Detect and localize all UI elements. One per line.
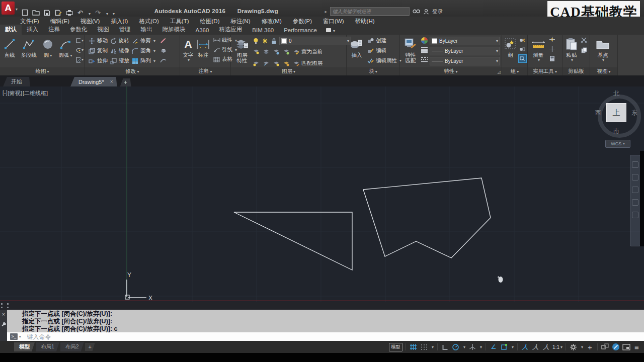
osnap-settings-caret-icon[interactable] <box>510 343 514 351</box>
close-command-icon[interactable]: × <box>2 312 5 317</box>
tool-stretch[interactable]: 拉伸 <box>88 56 108 66</box>
hardware-acceleration-icon[interactable] <box>611 343 620 351</box>
layer-freeze-icon[interactable] <box>261 37 269 45</box>
tool-array[interactable]: 阵列 <box>131 56 155 66</box>
command-input[interactable] <box>26 333 179 341</box>
point-style-icon[interactable] <box>548 36 556 43</box>
quick-calc-icon[interactable] <box>548 55 556 62</box>
cut-icon[interactable] <box>580 36 588 44</box>
panel-label-utilities[interactable]: 实用工具 <box>528 67 562 75</box>
workspace-caret-icon[interactable] <box>580 343 584 351</box>
snap-mode-toggle-icon[interactable] <box>420 343 428 351</box>
menu-dimension[interactable]: 标注(N) <box>231 18 251 25</box>
annotation-scale-icon[interactable]: 人 <box>542 343 550 351</box>
command-customize-wrench-icon[interactable] <box>1 321 6 326</box>
model-space-toggle[interactable]: 模型 <box>389 343 403 351</box>
tool-layer-properties[interactable]: 图层特性 <box>233 35 251 63</box>
isometric-drafting-toggle-icon[interactable] <box>468 343 476 351</box>
tool-mirror[interactable]: 镜像 <box>110 46 129 56</box>
layer-prev-icon[interactable] <box>262 60 270 67</box>
workspace-gear-icon[interactable] <box>569 343 578 351</box>
viewcube-south-label[interactable]: 南 <box>613 127 619 135</box>
ribbon-tab-manage[interactable]: 管理 <box>114 25 136 35</box>
layer-walk-icon[interactable] <box>272 60 280 67</box>
panel-label-layers[interactable]: 图层 <box>231 67 346 75</box>
help-search-input[interactable] <box>330 7 410 16</box>
ribbon-tab-featured[interactable]: 精选应用 <box>214 25 247 35</box>
erase-icon[interactable] <box>159 37 167 44</box>
viewcube-north-label[interactable]: 北 <box>613 89 619 98</box>
panel-label-view[interactable]: 视图 <box>590 67 617 75</box>
tool-measure[interactable]: 测量 <box>529 35 547 62</box>
rectangle-icon[interactable] <box>76 37 84 44</box>
tool-match-layer[interactable]: 匹配图层 <box>292 58 323 68</box>
ribbon-tab-insert[interactable]: 插入 <box>22 25 43 35</box>
id-point-icon[interactable] <box>548 45 556 53</box>
ribbon-tab-parametric[interactable]: 参数化 <box>65 25 93 35</box>
object-snap-tracking-toggle-icon[interactable]: ∠ <box>489 343 498 351</box>
menu-view[interactable]: 视图(V) <box>80 18 100 25</box>
copy-clip-icon[interactable] <box>580 46 588 54</box>
annotation-visibility-toggle-icon[interactable]: 人 <box>521 343 529 351</box>
ungroup-icon[interactable] <box>518 36 526 44</box>
tool-match-properties[interactable]: 特性匹配 <box>402 35 419 63</box>
layer-isolate-icon[interactable] <box>252 48 260 56</box>
clean-screen-icon[interactable] <box>622 343 630 351</box>
menu-window[interactable]: 窗口(W) <box>323 18 344 25</box>
color-wheel-icon[interactable] <box>421 37 428 44</box>
tool-paste[interactable]: 粘贴 <box>564 35 579 62</box>
layer-off-icon[interactable] <box>252 37 260 45</box>
join-icon[interactable] <box>159 57 167 64</box>
ribbon-tab-home[interactable]: 默认 <box>0 25 22 35</box>
tool-copy[interactable]: 复制 <box>88 46 108 56</box>
menu-draw[interactable]: 绘图(D) <box>200 18 220 25</box>
menu-edit[interactable]: 编辑(E) <box>50 18 69 25</box>
panel-label-annotate[interactable]: 注释 <box>180 67 230 75</box>
new-layout-button[interactable]: + <box>85 343 95 351</box>
navigation-bar[interactable] <box>630 155 640 246</box>
layer-dropdown[interactable]: 0 ▾ <box>279 37 351 45</box>
ribbon-collapse-button[interactable] <box>326 27 335 35</box>
panel-label-clipboard[interactable]: 剪贴板 <box>562 67 590 75</box>
viewport-visual-style-control[interactable]: [二维线框] <box>23 89 48 97</box>
linetype-dropdown[interactable]: ByLayer ▾ <box>430 57 500 65</box>
lineweight-dropdown[interactable]: ByLayer ▾ <box>430 47 500 55</box>
tool-edit-attributes[interactable]: 编辑属性 <box>367 56 401 65</box>
command-history[interactable]: 指定下一点或 [闭合(C)/放弃(U)]: 指定下一点或 [闭合(C)/放弃(U… <box>7 310 644 332</box>
zoom-icon[interactable] <box>632 187 638 193</box>
layout-tab-layout1[interactable]: 布局1 <box>36 342 59 351</box>
tool-circle[interactable]: 圆 <box>40 35 56 58</box>
object-color-dropdown[interactable]: ByLayer ▾ <box>430 37 500 45</box>
menu-tools[interactable]: 工具(T) <box>170 18 189 25</box>
ortho-mode-toggle-icon[interactable] <box>441 343 449 351</box>
panel-label-groups[interactable]: 组 <box>502 67 527 75</box>
ribbon-tab-bim360[interactable]: BIM 360 <box>247 26 279 35</box>
viewcube-top-face[interactable]: 上 <box>606 103 626 122</box>
tool-trim[interactable]: 修剪 <box>131 36 155 46</box>
menu-modify[interactable]: 修改(M) <box>261 18 281 25</box>
layer-unlock-icon[interactable] <box>272 48 280 56</box>
tool-fillet[interactable]: 圆角 <box>131 46 155 56</box>
menu-format[interactable]: 格式(O) <box>139 18 159 25</box>
annotation-scale-value[interactable]: 1:1 <box>552 344 562 350</box>
wcs-dropdown[interactable]: WCS▾ <box>605 140 630 148</box>
panel-label-properties[interactable]: 特性 <box>400 67 502 75</box>
navwheel-icon[interactable] <box>632 161 638 168</box>
drawing-canvas[interactable]: Y X [-] [俯视] [二维线框] 北 西 东 南 上 WCS▾ <box>0 86 644 302</box>
tool-edit-block[interactable]: 编辑 <box>367 46 401 55</box>
ellipse-icon[interactable] <box>76 46 84 54</box>
viewcube-west-label[interactable]: 西 <box>595 109 601 117</box>
viewport-menu-control[interactable]: [-] <box>3 89 8 97</box>
file-tab-start[interactable]: 开始 <box>3 77 30 86</box>
customization-menu-icon[interactable]: ≡ <box>632 343 641 351</box>
annotation-autoscale-toggle-icon[interactable]: 人 <box>531 343 540 351</box>
panel-label-draw[interactable]: 绘图 <box>0 67 85 75</box>
panel-label-modify[interactable]: 修改 <box>85 67 180 75</box>
properties-dialog-launcher-icon[interactable]: ◿ <box>498 70 501 74</box>
snap-settings-caret-icon[interactable] <box>430 343 434 351</box>
menu-file[interactable]: 文件(F) <box>20 18 39 25</box>
lineweight-icon[interactable] <box>421 46 428 54</box>
viewport-view-control[interactable]: [俯视] <box>8 89 22 97</box>
ribbon-tab-performance[interactable]: Performance <box>279 26 322 35</box>
polar-tracking-toggle-icon[interactable] <box>451 343 460 351</box>
